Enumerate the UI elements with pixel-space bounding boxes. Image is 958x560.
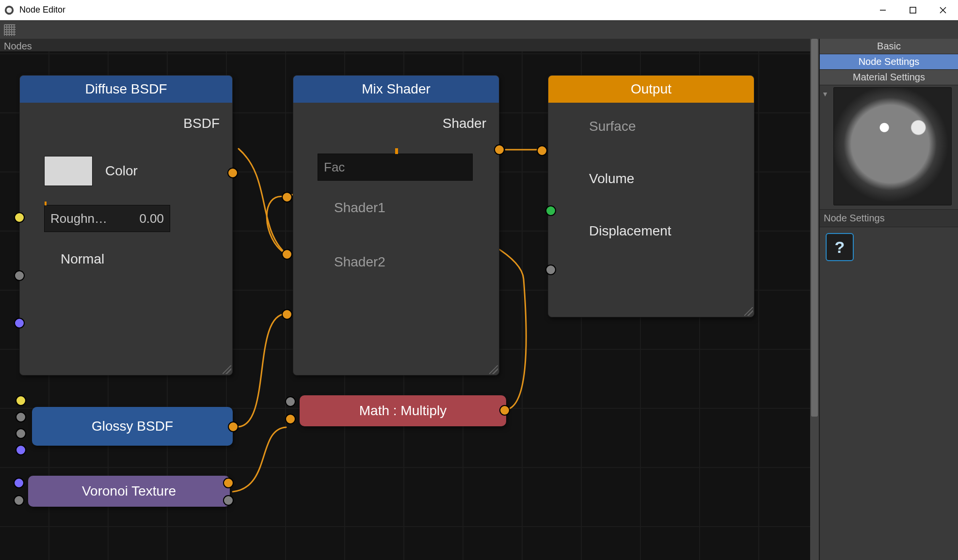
svg-point-2: [7, 8, 10, 10]
socket-in[interactable]: [16, 428, 26, 439]
output-bsdf-label: BSDF: [183, 116, 220, 131]
socket-in-surface[interactable]: [537, 145, 547, 156]
socket-in-displacement[interactable]: [545, 264, 556, 275]
socket-in[interactable]: [285, 414, 296, 424]
socket-in[interactable]: [16, 412, 26, 422]
node-output[interactable]: Output Surface Volume Displacement: [548, 75, 754, 317]
node-title[interactable]: Diffuse BSDF: [20, 76, 232, 103]
socket-out[interactable]: [228, 421, 239, 432]
node-mix-shader[interactable]: Mix Shader Shader Fac Shader1 Shader2: [293, 75, 499, 375]
roughness-field[interactable]: Roughn… 0.00: [44, 205, 170, 232]
question-icon: ?: [835, 238, 845, 257]
grid-toggle-button[interactable]: [4, 24, 16, 36]
scrollbar-vertical[interactable]: [810, 39, 819, 560]
output-shader-label: Shader: [443, 116, 486, 131]
socket-in-volume[interactable]: [545, 205, 556, 216]
node-title[interactable]: Output: [548, 76, 754, 103]
panel-label: Nodes: [4, 41, 32, 52]
input-displacement-label: Displacement: [589, 223, 671, 239]
socket-in-roughness[interactable]: [14, 270, 25, 281]
socket-in[interactable]: [285, 396, 296, 407]
tab-node-settings[interactable]: Node Settings: [820, 54, 958, 70]
input-color-label: Color: [105, 163, 138, 179]
node-glossy-bsdf[interactable]: Glossy BSDF: [32, 407, 233, 446]
disclosure-icon[interactable]: ▼: [822, 90, 829, 98]
input-normal-label: Normal: [61, 251, 104, 267]
app-icon: [4, 5, 15, 16]
socket-in-color[interactable]: [14, 212, 25, 223]
input-volume-label: Volume: [589, 171, 634, 187]
node-title: Glossy BSDF: [92, 419, 173, 434]
scrollbar-thumb[interactable]: [811, 39, 818, 417]
node-voronoi-texture[interactable]: Voronoi Texture: [28, 476, 230, 507]
socket-out-bsdf[interactable]: [227, 168, 238, 178]
socket-in-shader1[interactable]: [282, 249, 292, 260]
fac-field[interactable]: Fac: [318, 154, 473, 181]
resize-handle[interactable]: [744, 307, 753, 316]
socket-out[interactable]: [223, 495, 234, 506]
input-shader2-label: Shader2: [334, 254, 385, 270]
node-canvas[interactable]: Diffuse BSDF BSDF Color Roughn… 0.00: [0, 51, 810, 560]
node-title[interactable]: Mix Shader: [293, 76, 499, 103]
input-surface-label: Surface: [589, 119, 636, 134]
maximize-button[interactable]: [898, 0, 928, 20]
socket-in[interactable]: [16, 395, 26, 406]
tab-basic[interactable]: Basic: [820, 39, 958, 54]
section-label: Node Settings: [820, 209, 958, 227]
close-button[interactable]: [928, 0, 958, 20]
svg-rect-4: [910, 7, 916, 13]
minimize-button[interactable]: [868, 0, 898, 20]
toolbar: [0, 20, 958, 39]
window-title: Node Editor: [19, 5, 65, 15]
inspector-panel: Basic Node Settings Material Settings ▼ …: [819, 39, 958, 560]
node-diffuse-bsdf[interactable]: Diffuse BSDF BSDF Color Roughn… 0.00: [19, 75, 233, 375]
titlebar: Node Editor: [0, 0, 958, 20]
tab-material-settings[interactable]: Material Settings: [820, 70, 958, 85]
input-shader1-label: Shader1: [334, 200, 385, 216]
socket-in-shader2[interactable]: [282, 309, 292, 320]
svg-point-1: [7, 7, 12, 13]
window-controls: [868, 0, 958, 20]
socket-in[interactable]: [14, 495, 24, 506]
help-button[interactable]: ?: [826, 233, 854, 261]
color-swatch[interactable]: [44, 156, 93, 186]
socket-in[interactable]: [14, 478, 24, 488]
socket-out[interactable]: [223, 478, 234, 488]
canvas-panel: Nodes: [0, 39, 819, 560]
socket-in[interactable]: [16, 445, 26, 455]
material-preview[interactable]: [833, 87, 952, 205]
socket-out[interactable]: [499, 405, 510, 416]
socket-in-fac[interactable]: [282, 192, 292, 202]
resize-handle[interactable]: [489, 365, 498, 374]
resize-handle[interactable]: [223, 365, 231, 374]
socket-in-normal[interactable]: [14, 318, 25, 328]
node-title: Math : Multiply: [359, 403, 447, 419]
node-math-multiply[interactable]: Math : Multiply: [300, 395, 506, 426]
socket-out-shader[interactable]: [494, 144, 505, 155]
node-title: Voronoi Texture: [82, 483, 176, 499]
